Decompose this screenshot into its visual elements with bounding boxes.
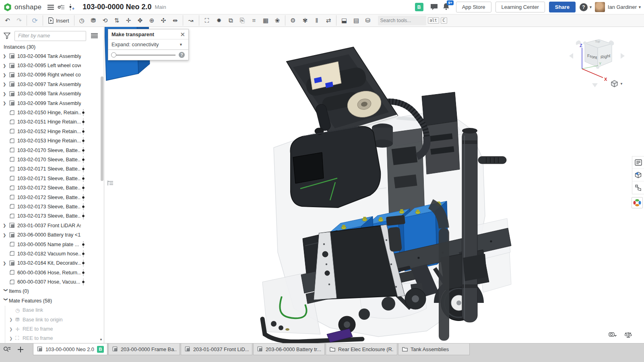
revolute-mate-icon[interactable]: ◷ <box>76 15 88 26</box>
expand-chevron-icon[interactable]: ❯ <box>3 101 9 105</box>
instance-row[interactable]: ❯ 103-02-0171 Sleeve, Batte... <box>0 174 99 183</box>
dialog-help-icon[interactable]: ? <box>179 52 185 58</box>
expand-chevron-icon[interactable]: ❯ <box>3 261 9 265</box>
slider-mate-icon[interactable]: ✥ <box>134 15 146 26</box>
filter-input[interactable] <box>14 31 86 41</box>
bom-table-icon[interactable]: ▦ <box>260 15 272 26</box>
document-tab[interactable]: 203-00-0000 Frame Ba... <box>108 343 180 355</box>
pattern-icon[interactable]: ✹ <box>213 15 225 26</box>
instance-row[interactable]: ❯ 103-00-0005 Name plate ... <box>0 240 99 249</box>
expand-chevron-icon[interactable]: ❯ <box>3 54 9 58</box>
mass-properties-icon[interactable] <box>625 331 632 340</box>
named-positions-icon[interactable]: ⎘ <box>237 15 248 26</box>
exploded-views-panel-button[interactable] <box>632 181 644 194</box>
document-tab[interactable]: 203-06-0000 Battery tr... <box>253 343 325 355</box>
pattern-linear-icon[interactable]: ⫴ <box>311 15 323 26</box>
expand-chevron-icon[interactable]: ❯ <box>3 92 9 96</box>
instance-row[interactable]: ❯ 600-00-0306 Hose, Return... <box>0 268 99 277</box>
undo-icon[interactable]: ↶ <box>2 15 13 26</box>
mate-icon[interactable]: ⟲ <box>99 15 111 26</box>
appearance-panel-button[interactable] <box>632 197 643 208</box>
instance-row[interactable]: ❯ 103-02-0151 Hinge Retain... <box>0 117 99 127</box>
expand-chevron-icon[interactable]: ❯ <box>9 327 15 331</box>
mate-features-section-header[interactable]: ❯ Mate Features (58) <box>0 296 99 305</box>
document-tab[interactable]: 103-00-0000 Neo 2.0 B <box>33 343 107 355</box>
mate-feature-row[interactable]: ❯ ◷ Base link <box>5 306 99 315</box>
notifications-bell-icon[interactable]: 9+ <box>443 3 450 12</box>
slider-thumb[interactable] <box>111 52 116 58</box>
front-hood[interactable] <box>291 126 381 208</box>
close-icon[interactable]: ✕ <box>180 31 185 37</box>
instance-row[interactable]: ❯ 103-02-0153 Hinge Retain... <box>0 136 99 146</box>
instance-row[interactable]: ❯ 103-02-0152 Hinge Retain... <box>0 127 99 136</box>
onshape-logo[interactable]: onshape <box>0 3 45 12</box>
view-settings-button[interactable]: ▼ <box>611 80 623 87</box>
instance-row[interactable]: ❯ 103-02-0094 Tank Assembly, Ret... <box>0 51 99 61</box>
list-options-icon[interactable] <box>91 33 98 39</box>
tree-scrollbar[interactable] <box>101 76 103 181</box>
items-section-header[interactable]: ❯ Items (0) <box>0 287 99 296</box>
expand-chevron-icon[interactable]: ❯ <box>3 82 9 86</box>
mate-feature-row[interactable]: ❯ ✛ REE to frame <box>5 324 99 333</box>
scroll-down-icon[interactable]: ▼ <box>99 338 103 341</box>
configurations-panel-button[interactable] <box>632 169 644 181</box>
instance-row[interactable]: ❯ 103-02-0171 Sleeve, Batte... <box>0 165 99 174</box>
mate-feature-row[interactable]: ❯ ⛃ Base link to origin <box>5 315 99 324</box>
pin-slot-mate-icon[interactable]: ✣ <box>158 15 169 26</box>
replicate-icon[interactable]: ⧉ <box>225 15 237 26</box>
fastened-mate-icon[interactable]: ✛ <box>123 15 134 26</box>
mate-feature-row[interactable]: ❯ ⛶ REE to frame <box>5 334 99 343</box>
instance-row[interactable]: ❯ 103-02-0182 Vacuum hose... <box>0 249 99 258</box>
document-tab[interactable]: 203-01-0037 Front LiD... <box>181 343 252 355</box>
instance-row[interactable]: ❯ 103-02-0164 Kit, Decorativ... <box>0 259 99 268</box>
instance-row[interactable]: ❯ 103-02-0170 Sleeve, Batte... <box>0 146 99 155</box>
expand-chevron-icon[interactable]: ❯ <box>3 233 9 237</box>
parallel-mate-icon[interactable]: ⇹ <box>169 15 181 26</box>
top-lid-open[interactable] <box>287 47 398 136</box>
drawing-icon[interactable]: ⬓ <box>336 15 351 26</box>
search-tools-input[interactable]: Search tools... <box>378 16 426 25</box>
instance-row[interactable]: ❯ 203-06-0000 Battery tray <1> <box>0 230 99 239</box>
app-store-button[interactable]: App Store <box>456 2 491 12</box>
instance-row[interactable]: ❯ 103-02-0099 Tank Assembly, Re... <box>0 99 99 108</box>
expand-chevron-icon[interactable]: ❯ <box>9 317 15 322</box>
instance-row[interactable]: ❯ 600-00-0307 Hose, Vacuu... <box>0 277 99 286</box>
appearance-icon[interactable]: ❀ <box>272 15 283 26</box>
instance-row[interactable]: ❯ 203-01-0037 Front LiDAR Asm, H... <box>0 221 99 230</box>
user-name[interactable]: Ian Gardiner <box>608 4 637 10</box>
workspace-name[interactable]: Main <box>155 4 166 10</box>
instance-row[interactable]: ❯ 103-02-0150 Hinge, Retain... <box>0 108 99 117</box>
document-tab[interactable]: Rear Elec Enclosure (R... <box>326 343 397 355</box>
versions-icon[interactable]: ⛁ <box>362 15 374 26</box>
custom-feature-icon[interactable]: ✾ <box>299 15 311 26</box>
instance-row[interactable]: ❯ 103-02-0173 Sleeve, Batte... <box>0 212 99 221</box>
group-icon[interactable]: ⛶ <box>199 15 213 26</box>
swap-instances-icon[interactable]: ⇄ <box>323 15 334 26</box>
document-tab[interactable]: Tank Assemblies <box>398 343 470 355</box>
ball-mate-icon[interactable]: ⛃ <box>88 15 99 26</box>
instance-row[interactable]: ❯ 103-02-0097 Tank Assembly, Fro... <box>0 80 99 89</box>
instance-row[interactable]: ❯ 103-02-0098 Tank Assembly, Re... <box>0 89 99 99</box>
user-avatar[interactable] <box>595 2 605 12</box>
share-button[interactable]: Share <box>549 2 576 12</box>
3d-viewport[interactable]: Front Right Top Z X Y ▼ <box>105 27 644 343</box>
expand-chevron-icon[interactable]: ❯ <box>3 64 9 68</box>
learning-center-button[interactable]: Learning Center <box>495 2 545 12</box>
instance-row[interactable]: ❯ 103-02-0096 Right wheel cover <... <box>0 70 99 80</box>
filter-icon[interactable] <box>4 33 10 39</box>
insert-button[interactable]: Insert <box>43 15 74 26</box>
instance-row[interactable]: ❯ 103-02-0170 Sleeve, Batte... <box>0 155 99 164</box>
snapshot-icon[interactable]: ⌗ <box>248 15 260 26</box>
expand-chevron-icon[interactable]: ❯ <box>9 336 15 341</box>
instance-row[interactable]: ❯ 103-02-0172 Sleeve, Batte... <box>0 193 99 202</box>
expand-chevron-icon[interactable]: ❯ <box>3 73 9 77</box>
expand-mode-select[interactable]: Expand: connectivity ▼ <box>108 39 188 50</box>
help-icon[interactable]: ? <box>580 3 588 11</box>
instance-row[interactable]: ❯ 103-02-0095 Left wheel cover <1> <box>0 61 99 70</box>
measure-icon[interactable] <box>609 331 617 340</box>
expand-chevron-icon[interactable]: ❯ <box>3 223 9 228</box>
add-tab-icon[interactable] <box>14 343 27 356</box>
structure-tree-toggle-icon[interactable] <box>107 179 115 187</box>
3d-model[interactable] <box>105 27 644 343</box>
dialog-title-bar[interactable]: Make transparent ✕ <box>108 29 188 39</box>
